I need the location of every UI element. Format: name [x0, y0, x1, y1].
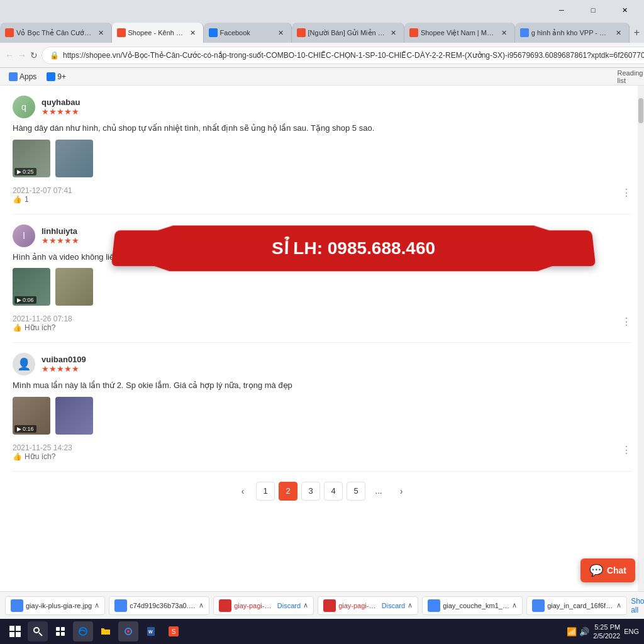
- tab-close-1[interactable]: ✕: [96, 28, 106, 38]
- minimize-button[interactable]: ─: [547, 1, 576, 19]
- helpful-button-1[interactable]: 👍 1: [13, 195, 72, 204]
- dl-icon-3: [219, 599, 231, 612]
- tab-close-5[interactable]: ✕: [499, 28, 509, 38]
- tab-5[interactable]: Shopee Việt Nam | Mua và Bán ... ✕: [404, 23, 515, 43]
- helpful-label-2: Hữu ích?: [25, 323, 55, 332]
- page-btn-5[interactable]: 5: [347, 482, 365, 501]
- svg-line-5: [39, 633, 42, 636]
- review-footer-1: 2021-12-07 07:41 👍 1 ⋮: [13, 182, 631, 204]
- dl-item-6: giay_in_card_16f6f...jpg ∧: [526, 596, 627, 615]
- scrollbar[interactable]: [638, 86, 644, 591]
- review-date-1: 2021-12-07 07:41: [13, 186, 72, 195]
- taskbar-explorer[interactable]: [96, 621, 116, 641]
- tab-4[interactable]: [Người Bán] Gửi Miễn Phí Vận C... ✕: [292, 23, 404, 43]
- helpful-count-1: 1: [25, 195, 29, 204]
- forward-button[interactable]: →: [18, 47, 26, 64]
- system-clock[interactable]: 5:25 PM 2/5/2022: [593, 623, 620, 641]
- review-more-2[interactable]: ⋮: [621, 316, 631, 328]
- refresh-button[interactable]: ↻: [30, 47, 38, 64]
- dl-arrow-2[interactable]: ∧: [199, 601, 204, 609]
- review-item-1: q quyhabau ★★★★★ Hàng dây dán như hình, …: [13, 86, 631, 214]
- review-thumb-video-1[interactable]: ▶0:25: [13, 140, 50, 177]
- dl-arrow-3[interactable]: ∧: [303, 601, 308, 609]
- page-btn-1[interactable]: 1: [256, 482, 275, 501]
- taskbar-search[interactable]: [28, 621, 48, 641]
- close-button[interactable]: ✕: [610, 1, 639, 19]
- review-more-1[interactable]: ⋮: [621, 187, 631, 199]
- username-1: quyhabau: [42, 97, 80, 107]
- tab-6[interactable]: g hình ảnh kho VPP - Google Tìm... ✕: [515, 23, 630, 43]
- dl-arrow-1[interactable]: ∧: [94, 601, 99, 609]
- tab-favicon-2: [117, 28, 126, 37]
- maximize-button[interactable]: □: [579, 1, 608, 19]
- taskbar-custom[interactable]: S: [164, 621, 184, 641]
- task-view-icon: [55, 626, 65, 636]
- helpful-button-3[interactable]: 👍 Hữu ích?: [13, 452, 72, 461]
- tab-2[interactable]: Shopee - Kênh Người bán ✕: [112, 23, 204, 43]
- review-thumb-img-1[interactable]: [55, 140, 93, 177]
- helpful-icon-2: 👍: [13, 323, 22, 332]
- taskbar-word[interactable]: W: [141, 621, 161, 641]
- dl-arrow-4[interactable]: ∧: [408, 601, 413, 609]
- review-date-3: 2021-11-25 14:23: [13, 443, 72, 452]
- review-footer-2: 2021-11-26 07:18 👍 Hữu ích? ⋮: [13, 311, 631, 332]
- bm-apps-label: Apps: [19, 72, 36, 81]
- reviews-container: q quyhabau ★★★★★ Hàng dây dán như hình, …: [0, 86, 644, 591]
- tab-close-2[interactable]: ✕: [188, 28, 198, 38]
- page-btn-2[interactable]: 2: [279, 482, 297, 501]
- page-btn-3[interactable]: 3: [301, 482, 320, 501]
- video-duration-1: ▶0:25: [14, 168, 36, 175]
- bm-notifications[interactable]: 9+: [43, 71, 70, 82]
- dl-discard-3[interactable]: Discard: [277, 602, 301, 609]
- svg-point-4: [34, 628, 39, 633]
- helpful-button-2[interactable]: 👍 Hữu ích?: [13, 323, 72, 332]
- review-thumb-video-3[interactable]: ▶0:16: [13, 397, 50, 435]
- taskbar-task-view[interactable]: [50, 621, 70, 641]
- review-thumb-img-2[interactable]: [55, 268, 93, 306]
- review-more-3[interactable]: ⋮: [621, 444, 631, 456]
- chat-button[interactable]: 💬 Chat: [580, 558, 635, 582]
- scrollbar-thumb[interactable]: [638, 98, 643, 123]
- taskbar-edge[interactable]: [73, 621, 93, 641]
- tab-close-3[interactable]: ✕: [276, 28, 286, 38]
- system-tray-icons: 📶 🔊: [567, 627, 589, 636]
- page-btn-4[interactable]: 4: [324, 482, 343, 501]
- taskbar-chrome[interactable]: [118, 621, 138, 641]
- next-page-button[interactable]: ›: [392, 482, 411, 501]
- language-indicator: ENG: [624, 628, 639, 635]
- dl-icon-4: [323, 599, 336, 612]
- review-images-1: ▶0:25: [13, 140, 631, 177]
- review-text-2: Hình ảnh và video không liên quan làm nh…: [13, 251, 631, 264]
- dl-discard-4[interactable]: Discard: [382, 602, 405, 609]
- prev-page-button[interactable]: ‹: [233, 482, 252, 501]
- tab-close-6[interactable]: ✕: [614, 28, 624, 38]
- svg-rect-2: [9, 632, 14, 637]
- show-all-downloads-button[interactable]: Show all: [631, 597, 644, 614]
- tab-label-2: Shopee - Kênh Người bán: [128, 29, 186, 37]
- review-images-2: ▶0:06: [13, 268, 631, 306]
- new-tab-button[interactable]: +: [630, 23, 644, 43]
- stars-2: ★★★★★: [42, 236, 79, 245]
- dl-arrow-6[interactable]: ∧: [616, 601, 621, 609]
- address-bar: ← → ↻ 🔒 https://shopee.vn/Vỏ-Bọc-Thẻ-Cân…: [0, 43, 644, 68]
- svg-rect-6: [56, 627, 60, 631]
- tab-close-4[interactable]: ✕: [389, 28, 399, 38]
- tab-3[interactable]: Facebook ✕: [204, 23, 292, 43]
- reading-list-button[interactable]: Reading list: [621, 68, 639, 86]
- dl-icon-1: [11, 599, 23, 612]
- page-content: q quyhabau ★★★★★ Hàng dây dán như hình, …: [0, 86, 644, 591]
- window-controls: ─ □ ✕: [547, 1, 639, 19]
- chat-widget: 💬 Chat: [580, 558, 635, 582]
- url-bar[interactable]: 🔒 https://shopee.vn/Vỏ-Bọc-Thẻ-Cân-Cước-…: [42, 47, 644, 64]
- dl-icon-6: [532, 599, 545, 612]
- bm-apps[interactable]: Apps: [5, 71, 40, 82]
- tab-1[interactable]: Vỏ Bọc Thẻ Cân Cước có nắp tr... ✕: [0, 23, 112, 43]
- review-thumb-img-3[interactable]: [55, 397, 93, 435]
- svg-point-10: [79, 628, 87, 635]
- dl-arrow-5[interactable]: ∧: [512, 601, 517, 609]
- start-button[interactable]: [5, 621, 25, 641]
- review-thumb-video-2[interactable]: ▶0:06: [13, 268, 50, 306]
- back-button[interactable]: ←: [5, 47, 14, 64]
- svg-rect-8: [56, 632, 60, 636]
- review-date-2: 2021-11-26 07:18: [13, 314, 72, 323]
